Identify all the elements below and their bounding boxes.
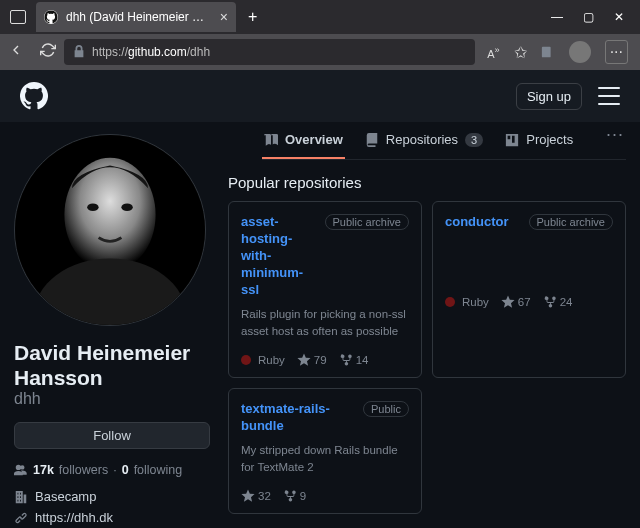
follow-button[interactable]: Follow [14,422,210,449]
repo-visibility-badge: Public archive [529,214,613,230]
profile-menu-button[interactable]: ··· [606,124,624,145]
lock-icon [72,45,86,59]
signup-button[interactable]: Sign up [516,83,582,110]
browser-menu-button[interactable]: ··· [605,40,628,64]
browser-titlebar: dhh (David Heinemeier Hansson) × + — ▢ ✕ [0,0,640,34]
book-icon [264,133,278,147]
svg-point-3 [64,158,155,272]
followers-row[interactable]: 17kfollowers · 0following [14,463,210,477]
people-icon [14,463,28,477]
window-controls: — ▢ ✕ [541,10,634,24]
repo-card[interactable]: conductor Public archive Ruby 67 24 [432,201,626,378]
fork-icon [339,353,353,367]
website-row[interactable]: https://dhh.dk [14,510,210,525]
tab-title: dhh (David Heinemeier Hansson) [66,10,212,24]
repo-forks[interactable]: 24 [543,295,573,309]
profile-name: David Heinemeier Hansson [14,340,210,390]
company-row: Basecamp [14,489,210,504]
tab-projects[interactable]: Projects [503,122,575,159]
fork-icon [283,489,297,503]
repo-visibility-badge: Public archive [325,214,409,230]
svg-point-6 [121,203,132,211]
popular-repos-title: Popular repositories [228,174,626,191]
repo-language: Ruby [241,354,285,366]
repo-grid: asset-hosting-with-minimum-ssl Public ar… [228,201,626,514]
profile-tabs: Overview Repositories 3 Projects [262,122,626,160]
fork-icon [543,295,557,309]
project-icon [505,133,519,147]
repo-stars[interactable]: 67 [501,295,531,309]
star-icon [501,295,515,309]
repo-description: My stripped down Rails bundle for TextMa… [241,442,409,474]
browser-toolbar: https://github.com/dhh A» ✩ ··· [0,34,640,70]
tab-overview[interactable]: Overview [262,122,345,159]
maximize-button[interactable]: ▢ [583,10,594,24]
github-logo[interactable] [20,82,48,110]
close-window-button[interactable]: ✕ [614,10,624,24]
menu-toggle[interactable] [598,87,620,105]
repo-icon [365,133,379,147]
svg-rect-1 [542,47,551,58]
url-text: https://github.com/dhh [92,45,210,59]
repo-card[interactable]: textmate-rails-bundle Public My stripped… [228,388,422,514]
github-header: Sign up [0,70,640,122]
repo-link[interactable]: conductor [445,214,509,231]
minimize-button[interactable]: — [551,10,563,24]
repo-stars[interactable]: 79 [297,353,327,367]
repo-card[interactable]: asset-hosting-with-minimum-ssl Public ar… [228,201,422,378]
repo-description: Rails plugin for picking a non-ssl asset… [241,306,409,338]
collections-icon[interactable] [541,43,555,61]
tab-repositories[interactable]: Repositories 3 [363,122,485,159]
repo-link[interactable]: textmate-rails-bundle [241,401,355,435]
read-aloud-icon[interactable]: A» [487,45,499,60]
profile-username: dhh [14,390,210,408]
main-content: Overview Repositories 3 Projects Popular… [228,122,626,528]
repo-forks[interactable]: 14 [339,353,369,367]
star-icon [297,353,311,367]
refresh-button[interactable] [40,42,56,62]
repo-stars[interactable]: 32 [241,489,271,503]
profile-sidebar: David Heinemeier Hansson dhh Follow 17kf… [14,122,210,528]
url-bar[interactable]: https://github.com/dhh [64,39,475,65]
tab-overview-icon[interactable] [10,10,26,24]
star-icon [241,489,255,503]
back-button[interactable] [8,42,24,62]
avatar[interactable] [14,134,206,326]
favorites-icon[interactable]: ✩ [514,43,527,62]
link-icon [14,511,28,525]
avatar-image [15,135,205,325]
browser-profile-icon[interactable] [569,41,591,63]
browser-tab[interactable]: dhh (David Heinemeier Hansson) × [36,2,236,32]
repo-count-badge: 3 [465,133,483,147]
repo-language: Ruby [445,296,489,308]
svg-point-5 [87,203,98,211]
building-icon [14,490,28,504]
repo-link[interactable]: asset-hosting-with-minimum-ssl [241,214,317,298]
repo-visibility-badge: Public [363,401,409,417]
github-favicon [44,10,58,24]
close-tab-icon[interactable]: × [220,9,228,25]
repo-forks[interactable]: 9 [283,489,306,503]
new-tab-button[interactable]: + [240,8,265,26]
